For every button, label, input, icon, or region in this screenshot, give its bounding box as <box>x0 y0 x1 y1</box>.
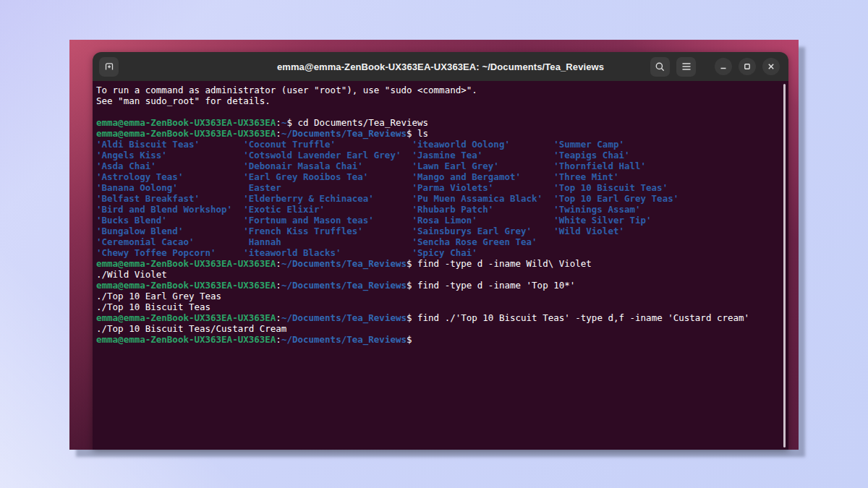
terminal-scrollbar[interactable] <box>783 84 786 448</box>
terminal-line: 'Bungalow Blend''French Kiss Truffles''S… <box>96 226 778 236</box>
desktop-background: emma@emma-ZenBook-UX363EA-UX363EA: ~/Doc… <box>0 0 868 488</box>
terminal-line: See "man sudo_root" for details. <box>96 95 778 106</box>
terminal-line: ./Top 10 Biscuit Teas <box>96 301 778 312</box>
maximize-button[interactable] <box>739 58 756 75</box>
terminal-titlebar[interactable]: emma@emma-ZenBook-UX363EA-UX363EA: ~/Doc… <box>93 52 788 81</box>
terminal-output: To run a command as administrator (user … <box>96 85 778 345</box>
terminal-line: emma@emma-ZenBook-UX363EA-UX363EA:~/Docu… <box>96 280 778 291</box>
terminal-line: 'Bird and Blend Workshop''Exotic Elixir'… <box>96 204 778 215</box>
close-button[interactable] <box>762 58 780 75</box>
terminal-line: 'Aldi Biscuit Teas''Coconut Truffle''ite… <box>96 139 778 150</box>
new-tab-icon <box>103 61 115 72</box>
terminal-line: ./Top 10 Biscuit Teas/Custard Cream <box>96 323 778 334</box>
maximize-icon <box>744 63 751 70</box>
terminal-window: emma@emma-ZenBook-UX363EA-UX363EA: ~/Doc… <box>93 52 788 450</box>
wallpaper-card: emma@emma-ZenBook-UX363EA-UX363EA: ~/Doc… <box>69 40 799 450</box>
terminal-line: 'Belfast Breakfast''Elderberry & Echinac… <box>96 193 778 204</box>
hamburger-icon <box>681 62 692 71</box>
terminal-line: 'Astrology Teas''Earl Grey Rooibos Tea''… <box>96 171 778 182</box>
terminal-line: 'Bucks Blend''Fortnum and Mason teas''Ro… <box>96 215 778 226</box>
terminal-screen[interactable]: To run a command as administrator (user … <box>93 81 788 450</box>
terminal-line: To run a command as administrator (user … <box>96 85 778 95</box>
new-tab-button[interactable] <box>99 57 119 77</box>
search-icon <box>655 61 665 72</box>
terminal-line: emma@emma-ZenBook-UX363EA-UX363EA:~/Docu… <box>96 312 778 323</box>
terminal-line: 'Chewy Toffee Popcorn''iteaworld Blacks'… <box>96 247 778 258</box>
terminal-line: 'Angels Kiss''Cotswold Lavender Earl Gre… <box>96 150 778 160</box>
terminal-line <box>96 106 778 117</box>
terminal-line: ./Wild Violet <box>96 269 778 280</box>
menu-button[interactable] <box>676 57 696 77</box>
terminal-line: emma@emma-ZenBook-UX363EA-UX363EA:~/Docu… <box>96 258 778 269</box>
terminal-line: 'Banana Oolong' Easter'Parma Violets''To… <box>96 182 778 193</box>
terminal-line: 'Ceremonial Cacao' Hannah'Sencha Rose Gr… <box>96 236 778 247</box>
terminal-line: emma@emma-ZenBook-UX363EA-UX363EA:~/Docu… <box>96 128 778 139</box>
terminal-line: 'Asda Chai''Debonair Masala Chai''Lawn E… <box>96 160 778 171</box>
terminal-line: emma@emma-ZenBook-UX363EA-UX363EA:~$ cd … <box>96 117 778 128</box>
minimize-icon <box>720 63 727 70</box>
titlebar-controls <box>650 57 788 77</box>
minimize-button[interactable] <box>715 58 732 75</box>
search-button[interactable] <box>650 57 670 77</box>
terminal-line: ./Top 10 Earl Grey Teas <box>96 291 778 301</box>
terminal-line: emma@emma-ZenBook-UX363EA-UX363EA:~/Docu… <box>96 334 778 345</box>
close-icon <box>767 63 775 70</box>
